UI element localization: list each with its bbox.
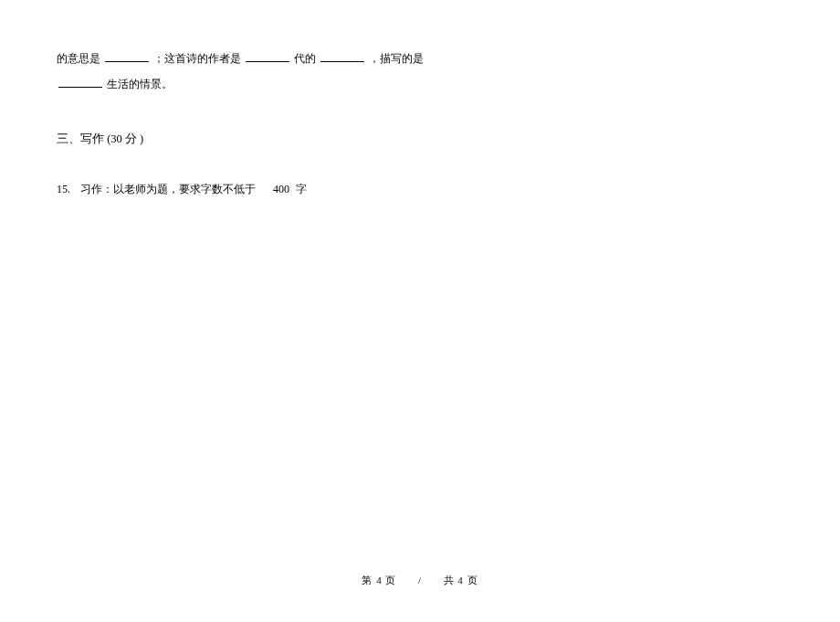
fill-blank[interactable] bbox=[246, 49, 289, 62]
text-fragment: 的意思是 bbox=[57, 52, 100, 65]
section-heading: 三、写作 (30 分 ) bbox=[57, 128, 783, 151]
fill-blank[interactable] bbox=[58, 75, 102, 88]
question-15: 15. 习作：以老师为题，要求字数不低于 400 字 bbox=[57, 178, 783, 200]
question-number: 15. bbox=[57, 183, 70, 195]
text-fragment: 生活的情景。 bbox=[107, 78, 173, 90]
text-fragment: ；这首诗的作者是 bbox=[153, 52, 241, 65]
page-content: 的意思是 ；这首诗的作者是 代的 ，描写的是 生活的情景。 三、写作 (30 分… bbox=[57, 47, 783, 200]
fragment-line-1: 的意思是 ；这首诗的作者是 代的 ，描写的是 bbox=[57, 47, 783, 69]
question-text: 习作：以老师为题，要求字数不低于 bbox=[80, 183, 256, 195]
fragment-line-2: 生活的情景。 bbox=[57, 73, 783, 95]
footer-separator: / bbox=[418, 575, 422, 585]
text-fragment: 代的 bbox=[294, 52, 316, 65]
footer-page-current: 第 4 页 bbox=[362, 575, 396, 585]
question-text-unit: 字 bbox=[296, 183, 307, 195]
footer-page-total: 共 4 页 bbox=[444, 575, 478, 585]
page-footer: 第 4 页 / 共 4 页 bbox=[0, 574, 840, 587]
fill-blank[interactable] bbox=[320, 49, 364, 62]
fill-blank[interactable] bbox=[105, 49, 149, 62]
text-fragment: ，描写的是 bbox=[369, 52, 424, 65]
word-count: 400 bbox=[273, 183, 289, 195]
